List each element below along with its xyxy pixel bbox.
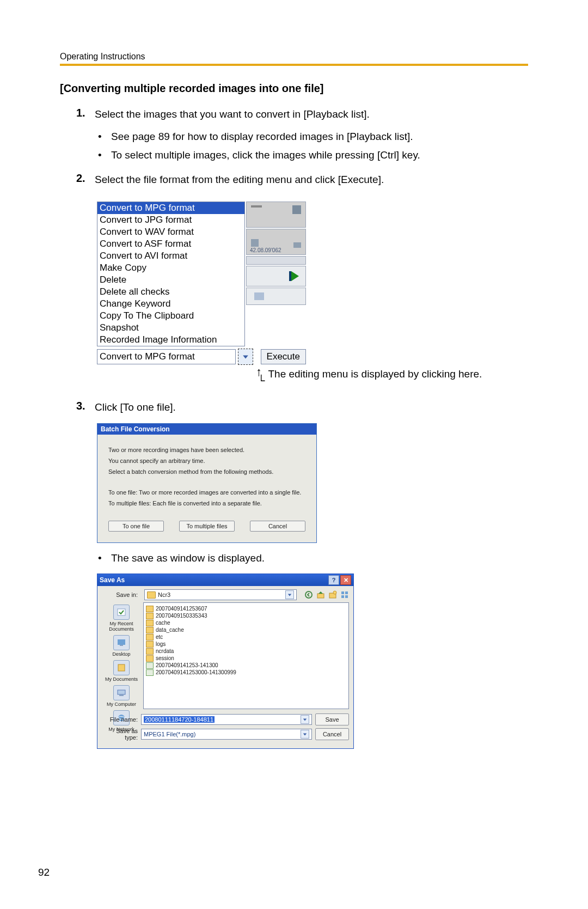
step-body-2: Select the file format from the editing …	[95, 172, 384, 188]
preview-thumb-1	[246, 202, 306, 228]
list-item[interactable]: 20070409141253-141300	[146, 662, 346, 669]
folder-icon	[146, 613, 154, 619]
format-dropdown-list[interactable]: Convert to MPG format Convert to JPG for…	[97, 202, 245, 346]
header-rule	[60, 64, 528, 66]
folder-icon	[146, 634, 154, 640]
caption-text: The editing menu is displayed by clickin…	[268, 368, 482, 380]
file-list-pane[interactable]: 20070409141253607 20070409150335343 cach…	[143, 602, 349, 709]
filename-input[interactable]: 20080111184720-184811	[141, 714, 312, 725]
list-item[interactable]: 20070409141253607	[146, 605, 346, 612]
filename-label: File name:	[102, 716, 138, 723]
list-item[interactable]: cache	[146, 619, 346, 626]
svg-marker-0	[243, 356, 248, 359]
step-2: 2. Select the file format from the editi…	[76, 172, 528, 188]
saveas-cancel-button[interactable]: Cancel	[315, 728, 349, 740]
chevron-down-icon[interactable]	[301, 715, 309, 724]
step-num-2: 2.	[76, 172, 95, 185]
file-icon	[146, 669, 154, 676]
list-item[interactable]: 20070409150335343	[146, 612, 346, 619]
svg-rect-16	[119, 694, 124, 696]
place-computer[interactable]: My Computer	[107, 685, 136, 707]
batch-dialog-title: Batch File Conversion	[97, 424, 316, 435]
list-item[interactable]: data_cache	[146, 626, 346, 633]
list-item[interactable]: logs	[146, 640, 346, 648]
play-icon	[291, 271, 299, 281]
dd-item-avi[interactable]: Convert to AVI format	[97, 250, 244, 262]
savein-value: Ncr3	[158, 591, 170, 598]
dd-item-copy[interactable]: Make Copy	[97, 262, 244, 274]
chevron-down-icon[interactable]	[285, 590, 294, 599]
step-body-1: Select the images that you want to conve…	[95, 107, 370, 123]
list-item[interactable]: session	[146, 655, 346, 662]
save-as-dialog: Save As ? ✕ Save in: Ncr3	[97, 574, 354, 749]
bullet-text: The save as window is displayed.	[111, 551, 265, 566]
batch-cancel-button[interactable]: Cancel	[250, 521, 305, 532]
svg-rect-8	[345, 591, 348, 594]
filename-value: 20080111184720-184811	[144, 716, 215, 723]
svg-rect-3	[317, 594, 324, 598]
dd-item-clipboard[interactable]: Copy To The Clipboard	[97, 310, 244, 322]
play-button[interactable]	[246, 266, 306, 286]
list-item[interactable]: etc	[146, 633, 346, 640]
dd-item-info[interactable]: Recorded Image Information	[97, 334, 244, 346]
step1-bullet-2: • To select multiple images, click the i…	[98, 148, 528, 163]
dd-item-delall[interactable]: Delete all checks	[97, 286, 244, 298]
dd-item-delete[interactable]: Delete	[97, 274, 244, 286]
place-recent[interactable]: My Recent Documents	[102, 605, 141, 632]
dd-item-snapshot[interactable]: Snapshot	[97, 322, 244, 334]
list-item[interactable]: 20070409141253000-141300999	[146, 669, 346, 676]
bullet-text: To select multiple images, click the ima…	[111, 148, 420, 163]
folder-icon	[146, 606, 154, 612]
back-icon[interactable]	[304, 590, 313, 599]
folder-icon	[146, 620, 154, 626]
running-header: Operating Instructions	[60, 52, 528, 62]
view-menu-icon[interactable]	[340, 590, 349, 599]
chevron-down-icon[interactable]	[301, 730, 309, 739]
save-button[interactable]: Save	[315, 713, 349, 725]
dd-item-jpg[interactable]: Convert to JPG format	[97, 214, 244, 226]
step-1: 1. Select the images that you want to co…	[76, 107, 528, 123]
type-value: MPEG1 File(*.mpg)	[144, 731, 195, 737]
to-one-file-button[interactable]: To one file	[108, 521, 164, 532]
place-documents[interactable]: My Documents	[105, 660, 138, 682]
batch-line-4: To one file: Two or more recorded images…	[108, 489, 305, 496]
execute-button[interactable]: Execute	[261, 349, 306, 364]
thumb-timestamp: 42.08.09'062	[250, 247, 281, 253]
new-folder-icon[interactable]	[328, 590, 337, 599]
dropdown-arrow-icon[interactable]	[238, 349, 253, 365]
batch-line-5: To multiple files: Each file is converte…	[108, 500, 305, 507]
bullet-text: See page 89 for how to display recorded …	[111, 129, 413, 145]
places-bar: My Recent Documents Desktop My Documents…	[102, 602, 141, 709]
batch-line-3: Select a batch conversion method from th…	[108, 468, 305, 475]
batch-line-1: Two or more recording images have been s…	[108, 447, 305, 453]
help-icon[interactable]: ?	[328, 575, 339, 585]
svg-point-6	[333, 591, 336, 594]
place-desktop[interactable]: Desktop	[112, 635, 130, 657]
step-num-1: 1.	[76, 107, 95, 119]
svg-rect-10	[345, 595, 348, 598]
close-icon[interactable]: ✕	[340, 575, 351, 585]
batch-conversion-dialog: Batch File Conversion Two or more record…	[97, 423, 317, 543]
svg-rect-7	[341, 591, 344, 594]
type-label: Save as type:	[102, 728, 138, 741]
dd-item-asf[interactable]: Convert to ASF format	[97, 238, 244, 250]
up-folder-icon[interactable]	[316, 590, 325, 599]
preview-small	[246, 288, 306, 305]
to-multiple-files-button[interactable]: To multiple files	[179, 521, 235, 532]
editing-menu-caption: ↑ └ The editing menu is displayed by cli…	[256, 368, 528, 387]
step-body-3: Click [To one file].	[95, 400, 176, 416]
type-input[interactable]: MPEG1 File(*.mpg)	[141, 729, 312, 740]
list-item[interactable]: ncrdata	[146, 648, 346, 655]
folder-icon	[146, 627, 154, 633]
dd-item-keyword[interactable]: Change Keyword	[97, 298, 244, 310]
preview-thumb-2: 42.08.09'062	[246, 229, 306, 255]
svg-marker-19	[303, 718, 307, 721]
svg-rect-12	[118, 639, 125, 645]
savein-combo[interactable]: Ncr3	[144, 589, 297, 600]
svg-marker-1	[288, 594, 291, 596]
dd-item-mpg[interactable]: Convert to MPG format	[97, 202, 244, 214]
svg-rect-13	[120, 645, 123, 646]
page-number: 92	[38, 867, 50, 879]
dd-item-wav[interactable]: Convert to WAV format	[97, 226, 244, 238]
selected-format-field[interactable]: Convert to MPG format	[97, 349, 236, 364]
